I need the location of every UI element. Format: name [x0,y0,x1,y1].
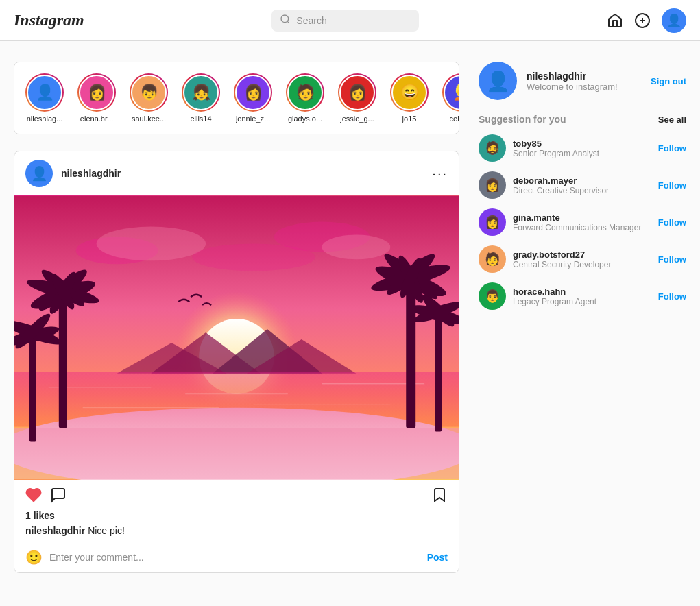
story-username: gladys.o... [288,114,322,123]
suggestion-role: Legacy Program Agent [513,297,651,306]
svg-rect-25 [59,291,67,428]
story-item[interactable]: 👩elena.br... [75,73,119,123]
post-more-button[interactable]: ··· [432,166,448,182]
story-item[interactable]: 👩jennie_z... [231,73,275,123]
suggestion-name: toby85 [513,138,651,149]
suggestions-title: Suggestion for you [479,114,566,125]
suggestion-avatar: 👨 [479,282,506,310]
sidebar-user: 👤 nileshlagdhir Welcome to instagram! Si… [479,62,686,100]
story-item[interactable]: 😄jo15 [387,73,431,123]
story-item[interactable]: 👧ellis14 [179,73,223,123]
home-icon[interactable] [607,12,623,29]
svg-point-7 [97,227,206,261]
story-item[interactable]: 👱cella58 [439,73,459,123]
like-button[interactable] [25,487,42,503]
suggestion-name: horace.hahn [513,287,651,297]
story-username: jennie_z... [236,114,270,123]
story-item[interactable]: 👦saul.kee... [127,73,171,123]
follow-button[interactable]: Follow [658,180,686,191]
sidebar-username: nileshlagdhir [527,71,641,82]
suggestion-info: deborah.mayerDirect Creative Supervisor [513,175,651,195]
suggestion-role: Forward Communications Manager [513,223,651,232]
post-caption: nileshlagdhirNice pic! [14,524,459,542]
comment-button[interactable] [50,487,67,503]
search-bar[interactable] [271,10,419,32]
post-avatar: 👤 [25,160,53,187]
search-icon [280,14,291,27]
suggestions-header: Suggestion for you See all [479,114,686,125]
post-card: 👤 nileshlagdhir ··· [14,151,459,573]
suggestion-item: 🧑grady.botsford27Central Security Develo… [479,245,686,273]
suggestion-avatar: 🧔 [479,134,506,162]
suggestion-role: Direct Creative Supervisor [513,186,651,195]
suggestion-item: 🧔toby85Senior Program AnalystFollow [479,134,686,162]
suggestion-name: deborah.mayer [513,175,651,186]
story-username: saul.kee... [132,114,166,123]
sign-out-button[interactable]: Sign out [651,76,686,86]
header-icons: 👤 [607,8,686,33]
follow-button[interactable]: Follow [658,291,686,302]
story-item[interactable]: 👤nileshlag... [23,73,67,123]
story-username: jessie_g... [340,114,374,123]
profile-avatar[interactable]: 👤 [662,8,686,33]
story-username: jo15 [402,114,417,123]
story-username: cella58 [450,114,459,123]
post-header: 👤 nileshlagdhir ··· [14,152,459,195]
svg-rect-39 [29,332,36,442]
stories-row: 👤nileshlag...👩elena.br...👦saul.kee...👧el… [23,73,450,123]
emoji-icon[interactable]: 🙂 [25,549,43,566]
suggestion-avatar: 👩 [479,208,506,236]
story-item[interactable]: 👩jessie_g... [335,73,379,123]
story-item[interactable]: 🧑gladys.o... [283,73,327,123]
svg-point-10 [192,243,315,271]
suggestion-item: 👨horace.hahnLegacy Program AgentFollow [479,282,686,310]
post-username: nileshlagdhir [61,168,424,179]
suggestion-item: 👩deborah.mayerDirect Creative Supervisor… [479,171,686,199]
suggestion-item: 👩gina.manteForward Communications Manage… [479,208,686,236]
main-container: 👤nileshlag...👩elena.br...👦saul.kee...👧el… [0,41,700,594]
suggestion-info: gina.manteForward Communications Manager [513,213,651,232]
svg-rect-24 [14,428,459,480]
suggestion-info: grady.botsford27Central Security Develop… [513,250,651,269]
sidebar-user-info: nileshlagdhir Welcome to instagram! [527,71,641,92]
stories-card: 👤nileshlag...👩elena.br...👦saul.kee...👧el… [14,62,459,134]
suggestion-avatar: 🧑 [479,245,506,273]
post-actions [14,480,459,510]
comment-input[interactable] [49,552,420,563]
see-all-button[interactable]: See all [658,114,686,125]
follow-button[interactable]: Follow [658,143,686,154]
post-likes: 1 likes [14,510,459,524]
story-username: nileshlag... [27,114,63,123]
comment-input-row: 🙂 Post [14,542,459,572]
header: Instagram 👤 [0,0,700,41]
svg-point-9 [322,234,391,259]
suggestion-name: gina.mante [513,213,651,223]
suggestion-info: horace.hahnLegacy Program Agent [513,287,651,306]
post-image [14,195,459,480]
svg-rect-43 [435,312,442,431]
suggestion-name: grady.botsford27 [513,250,651,260]
story-username: ellis14 [190,114,211,123]
suggestion-role: Senior Program Analyst [513,149,651,158]
post-comment-button[interactable]: Post [427,552,448,563]
svg-rect-32 [406,278,415,428]
logo: Instagram [14,11,84,29]
follow-button[interactable]: Follow [658,254,686,265]
add-icon[interactable] [634,12,651,29]
caption-text: Nice pic! [88,525,125,536]
sidebar-avatar: 👤 [479,62,517,100]
search-input[interactable] [296,15,411,26]
suggestion-info: toby85Senior Program Analyst [513,138,651,158]
svg-point-0 [281,15,289,23]
svg-line-1 [287,21,289,23]
follow-button[interactable]: Follow [658,217,686,228]
feed-column: 👤nileshlag...👩elena.br...👦saul.kee...👧el… [14,62,459,573]
suggestion-avatar: 👩 [479,171,506,199]
story-username: elena.br... [80,114,113,123]
suggestions-list: 🧔toby85Senior Program AnalystFollow👩debo… [479,134,686,310]
sidebar-subtitle: Welcome to instagram! [527,82,641,92]
suggestion-role: Central Security Developer [513,260,651,269]
sidebar-column: 👤 nileshlagdhir Welcome to instagram! Si… [479,62,686,573]
bookmark-button[interactable] [431,487,448,503]
caption-username: nileshlagdhir [25,525,85,536]
